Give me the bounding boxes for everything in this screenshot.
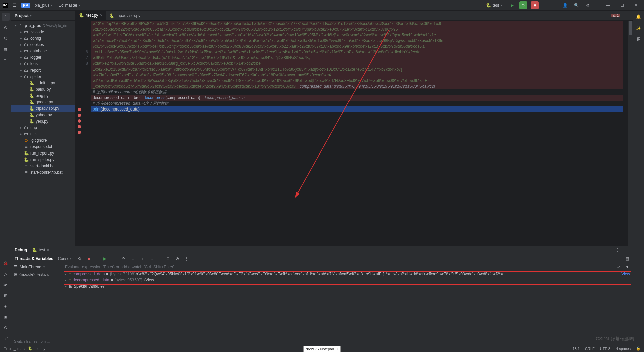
expand-arrow-icon[interactable]: ▸: [19, 62, 23, 65]
code-line[interactable]: +\x11Hg/\xe2\x05\xe7\xb90A(\xbc\x90v\x9a…: [91, 49, 623, 55]
commit-tool-icon[interactable]: ⊙: [2, 24, 10, 32]
breadcrumb-file[interactable]: test.py: [35, 347, 45, 351]
tree-item[interactable]: ▸🗀logs: [11, 60, 75, 67]
pause-icon[interactable]: ⏸: [112, 256, 117, 261]
more-tool-icon[interactable]: ⋯: [2, 56, 10, 64]
tree-item[interactable]: 🐍bing.py: [11, 92, 75, 99]
evaluate-icon[interactable]: ⊙: [165, 256, 171, 261]
database-icon[interactable]: 🗄: [635, 36, 643, 44]
project-tree[interactable]: ▾ 🗀 pia_plus D:\www\pia_do ▸🗀.vscode▸🗀co…: [11, 21, 75, 246]
close-icon[interactable]: ×: [100, 13, 102, 18]
tree-item[interactable]: 🐍tripadvisor.py: [11, 105, 75, 112]
expand-icon[interactable]: ▸: [65, 284, 69, 288]
code-line[interactable]: print(decompressed_data): [91, 106, 623, 112]
layout-icon[interactable]: ▦: [626, 256, 629, 261]
threads-variables-tab[interactable]: Threads & Variables: [15, 255, 53, 262]
rerun-icon[interactable]: ⟲: [77, 256, 82, 261]
step-out-icon[interactable]: ↑: [140, 256, 145, 261]
indent-setting[interactable]: 4 spaces: [616, 347, 631, 351]
settings-icon[interactable]: ⚙: [584, 1, 592, 9]
editor-tab-tripadvisor[interactable]: 🐍 tripadvisor.py: [106, 11, 144, 20]
debug-button[interactable]: ⟳: [519, 1, 527, 9]
code-line[interactable]: \xa2\x91\x12\'bNE=W\xbc\xf0\x8e+\xba\xcd…: [91, 32, 623, 38]
expand-arrow-icon[interactable]: ▸: [19, 126, 23, 129]
thread-selector[interactable]: ☰ MainThread ▾: [11, 263, 62, 271]
tree-item[interactable]: ≡response.txt: [11, 143, 75, 150]
code-line[interactable]: \xdat\xe27\xa6\r\x9d\xe3\xad\xca\xea\x1d…: [91, 61, 623, 67]
tree-item[interactable]: ▸🗀tmp: [11, 124, 75, 131]
more-actions-icon[interactable]: ⋮: [542, 1, 550, 9]
breadcrumb-project[interactable]: pia_plus: [9, 347, 22, 351]
step-over-icon[interactable]: ↷: [121, 256, 126, 261]
expand-arrow-icon[interactable]: ▾: [13, 24, 18, 27]
hide-panel-icon[interactable]: —: [625, 248, 629, 252]
code-line[interactable]: \x1e\xd5\xa4\x7f\xd7\xbd]\xf3\x9d\xf0\xf…: [91, 38, 623, 44]
tree-item[interactable]: ▸🗀cookies: [11, 41, 75, 48]
tree-root[interactable]: ▾ 🗀 pia_plus D:\www\pia_do: [11, 22, 75, 29]
breakpoint-icon[interactable]: [78, 108, 81, 111]
code-line[interactable]: \xb1\xf3\xbcP$\x06\n\xc4s\xbd\\\xceT\xb8…: [91, 44, 623, 49]
view-link[interactable]: View: [619, 272, 630, 276]
code-line[interactable]: \xd1\xcb\xe5\xb2Z\xbf\xad\xe0\x03\xca(,\…: [91, 27, 623, 32]
file-encoding[interactable]: UTF-8: [600, 347, 610, 351]
code-content[interactable]: \x13\xd2up\'\x008B\xb6\x99\'\x84\xff\xb1…: [91, 21, 628, 246]
tree-item[interactable]: 🐍yelp.py: [11, 118, 75, 124]
history-icon[interactable]: ▾: [625, 265, 630, 269]
expand-icon[interactable]: ⤢: [616, 265, 621, 269]
tree-item[interactable]: ≡start-donki-trip.bat: [11, 169, 75, 175]
editor-tab-test[interactable]: 🐍 test.py ×: [76, 11, 106, 20]
run-to-cursor-icon[interactable]: ⤓: [149, 256, 155, 261]
mute-breakpoints-icon[interactable]: ⊘: [175, 256, 180, 261]
notifications-icon[interactable]: 🔔: [635, 13, 643, 21]
close-icon[interactable]: ×: [47, 248, 49, 252]
variable-list[interactable]: ▸≡compressed_data={bytes: 72108} b'\x83\…: [62, 271, 633, 345]
readonly-icon[interactable]: 🔒: [636, 346, 641, 351]
project-header[interactable]: Project ▾: [11, 11, 75, 21]
maximize-window[interactable]: ☐: [616, 0, 627, 11]
structure-tool-icon[interactable]: ▦: [2, 45, 10, 53]
run-button[interactable]: ▶: [508, 1, 516, 9]
tree-item[interactable]: ▸🗀config: [11, 35, 75, 41]
tree-item[interactable]: 🐍__init__.py: [11, 80, 75, 86]
pull-request-icon[interactable]: ⬡: [2, 34, 10, 42]
stack-frame[interactable]: ▣ <module>, test.py:: [11, 271, 62, 277]
expand-arrow-icon[interactable]: ▸: [19, 49, 23, 53]
code-with-me-icon[interactable]: 👤: [561, 1, 569, 9]
project-tool-icon[interactable]: 🗀: [2, 13, 10, 21]
tree-item[interactable]: ▸🗀.vscode: [11, 29, 75, 35]
frames-footer[interactable]: Switch frames from ...: [11, 338, 62, 345]
special-variables[interactable]: ▸⊞Special Variables: [62, 283, 633, 289]
code-line[interactable]: _\xecw\xbf\xfb\xdd\xcf<\xff\xe9o\x7f\xf9…: [91, 84, 623, 89]
tree-item[interactable]: 🐍run_spider.py: [11, 156, 75, 163]
expand-arrow-icon[interactable]: ▸: [19, 132, 23, 136]
tree-item[interactable]: ▾🗀spider: [11, 73, 75, 80]
python-packages-icon[interactable]: ⊞: [2, 292, 10, 300]
expand-arrow-icon[interactable]: ▸: [19, 43, 23, 46]
breakpoint-icon[interactable]: [78, 125, 81, 128]
scrollbar[interactable]: [628, 21, 633, 246]
python-console-icon[interactable]: ≫: [2, 281, 10, 289]
gutter[interactable]: 678: [76, 21, 91, 246]
close-window[interactable]: ✕: [631, 0, 641, 11]
code-area[interactable]: 678 \x13\xd2up\'\x008B\xb6\x99\'\x84\xff…: [76, 21, 633, 246]
panel-options-icon[interactable]: ⋮: [615, 248, 619, 252]
run-config-selector[interactable]: 🐍 test ▾: [484, 2, 504, 9]
variable-row[interactable]: ▸≡decompressed_data={bytes: 953697} b'Vi…: [62, 277, 633, 283]
code-line[interactable]: 1\xe2\xe1\x18$\xff#\x0ca.\xfd\x7fsdJ\xae…: [91, 67, 623, 72]
git-tool-icon[interactable]: ⎇: [2, 335, 10, 343]
expand-arrow-icon[interactable]: ▸: [19, 56, 23, 59]
tree-item[interactable]: 🐍google.py: [11, 99, 75, 105]
tree-item[interactable]: ≡start-donki.bat: [11, 163, 75, 169]
search-icon[interactable]: 🔍: [572, 1, 580, 9]
debug-tool-icon[interactable]: 🐞: [2, 259, 10, 267]
tree-item[interactable]: ▸🗀utils: [11, 131, 75, 137]
view-breakpoints-icon[interactable]: ⋮: [184, 256, 190, 261]
expand-arrow-icon[interactable]: ▸: [19, 69, 23, 72]
code-line[interactable]: # 使用brotli.decompress()函数来解压数据: [91, 89, 623, 95]
breakpoint-icon[interactable]: [78, 131, 81, 134]
tree-item[interactable]: ⊘.gitignore: [11, 137, 75, 143]
eval-placeholder[interactable]: Evaluate expression (Enter) or add a wat…: [65, 265, 612, 269]
run-tool-icon[interactable]: ▷: [2, 270, 10, 278]
breakpoint-icon[interactable]: [78, 119, 81, 123]
stop-button[interactable]: ■: [531, 1, 539, 9]
